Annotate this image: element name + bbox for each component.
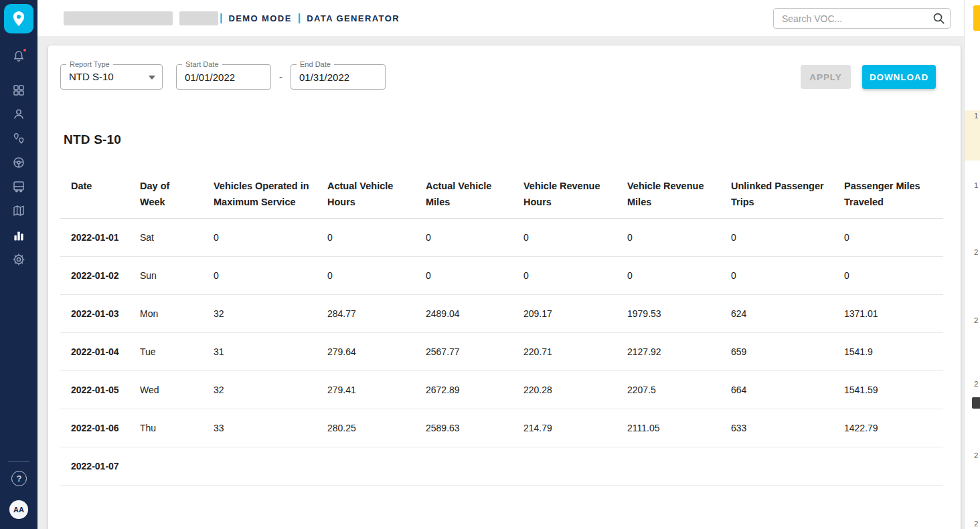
sidebar-item-people[interactable] [0,105,37,124]
table-cell: Sun [129,257,203,295]
sidebar-divider [8,461,29,462]
table-cell: 1541.59 [833,371,943,409]
report-card: Report Type NTD S-10 Start Date - End Da… [48,45,961,529]
table-cell: Thu [129,409,203,447]
table-row: 2022-01-07 [60,447,943,486]
column-header: Vehicles Operated in Maximum Service [203,167,317,219]
grid-icon [12,84,25,97]
table-cell: 0 [720,257,833,295]
column-header: Actual Vehicle Miles [415,167,513,219]
start-date-label: Start Date [182,60,222,68]
table-cell: 624 [720,295,833,333]
sidebar-item-map[interactable] [0,201,37,220]
map-icon [12,204,25,217]
clipped-number: 2 [974,248,978,256]
table-cell: 32 [203,295,317,333]
right-strip: 1122222 [964,0,980,529]
mode-labels: | DEMO MODE | DATA GENERATOR [220,0,400,36]
table-cell: 0 [720,219,833,257]
pipe-separator: | [298,13,301,23]
table-cell [833,447,943,486]
table-cell: 0 [833,257,943,295]
sidebar-item-operations[interactable] [0,153,37,172]
table-row: 2022-01-06Thu33280.252589.63214.792111.0… [60,409,943,447]
column-header: Actual Vehicle Hours [317,167,415,219]
table-cell: 0 [203,257,317,295]
table-cell: Wed [129,371,203,409]
date-cell: 2022-01-02 [60,257,129,295]
avatar[interactable]: AA [9,500,28,519]
table-cell: 2672.89 [415,371,513,409]
table-row: 2022-01-02Sun0000000 [60,257,943,295]
sidebar: ? AA [0,0,37,529]
date-cell: 2022-01-07 [60,447,129,486]
top-header: | DEMO MODE | DATA GENERATOR [37,0,964,36]
table-row: 2022-01-05Wed32279.412672.89220.282207.5… [60,371,943,409]
column-header: Day of Week [129,167,203,219]
clipped-yellow-button[interactable] [973,5,980,31]
table-cell [129,447,203,486]
table-cell: 0 [513,257,617,295]
page-title: NTD S-10 [64,132,961,147]
search-box [773,8,951,29]
table-cell: 2207.5 [617,371,720,409]
header-row: DateDay of WeekVehicles Operated in Maxi… [60,167,943,219]
table-cell: 220.28 [513,371,617,409]
search-icon[interactable] [932,12,945,27]
table-cell [513,447,617,486]
sidebar-item-stops[interactable] [0,129,37,148]
date-cell: 2022-01-05 [60,371,129,409]
table-cell: 659 [720,333,833,371]
table-cell: 2127.92 [617,333,720,371]
sidebar-item-dashboard[interactable] [0,81,37,100]
date-cell: 2022-01-06 [60,409,129,447]
apply-button[interactable]: APPLY [801,65,851,89]
column-header: Unlinked Passenger Trips [720,167,833,219]
location-pin-logo [9,9,28,28]
sidebar-item-notifications[interactable] [0,47,37,66]
table-cell: Tue [129,333,203,371]
start-date-field: Start Date [176,64,271,90]
sidebar-item-reports[interactable] [0,226,37,245]
person-icon [12,108,25,121]
date-cell: 2022-01-03 [60,295,129,333]
filters-bar: Report Type NTD S-10 Start Date - End Da… [48,45,961,90]
notification-badge [22,47,27,53]
map-pins-icon [12,132,25,145]
table-row: 2022-01-03Mon32284.772489.04209.171979.5… [60,295,943,333]
table-cell: 2489.04 [415,295,513,333]
date-cell: 2022-01-01 [60,219,129,257]
table-cell: 0 [513,219,617,257]
clipped-number: 2 [974,520,978,528]
table-row: 2022-01-01Sat0000000 [60,219,943,257]
download-button[interactable]: DOWNLOAD [862,65,936,89]
help-button[interactable]: ? [11,471,27,486]
data-generator-label: DATA GENERATOR [307,13,400,23]
avatar-initials: AA [13,506,24,514]
redacted-text [64,11,173,25]
clipped-number: 2 [974,316,978,324]
table-cell: 0 [317,257,415,295]
report-table: DateDay of WeekVehicles Operated in Maxi… [60,167,943,486]
report-type-select[interactable]: Report Type NTD S-10 [60,64,163,90]
start-date-input[interactable] [177,65,270,89]
report-type-value: NTD S-10 [61,65,162,89]
table-cell: 32 [203,371,317,409]
sidebar-item-settings[interactable] [0,250,37,269]
clipped-number: 1 [974,112,978,120]
table-container: DateDay of WeekVehicles Operated in Maxi… [60,167,943,486]
column-header: Passenger Miles Traveled [833,167,943,219]
date-range-separator: - [279,64,282,90]
gear-icon [12,253,25,266]
end-date-input[interactable] [291,65,385,89]
clipped-dark-badge [972,397,980,409]
table-cell: 0 [617,219,720,257]
app-logo[interactable] [4,4,33,33]
search-input[interactable] [773,8,951,29]
bar-chart-icon [12,229,25,242]
table-row: 2022-01-04Tue31279.642567.77220.712127.9… [60,333,943,371]
sidebar-item-vehicles[interactable] [0,177,37,196]
table-cell: 31 [203,333,317,371]
demo-mode-label: DEMO MODE [228,13,291,23]
clipped-number: 2 [974,451,978,459]
